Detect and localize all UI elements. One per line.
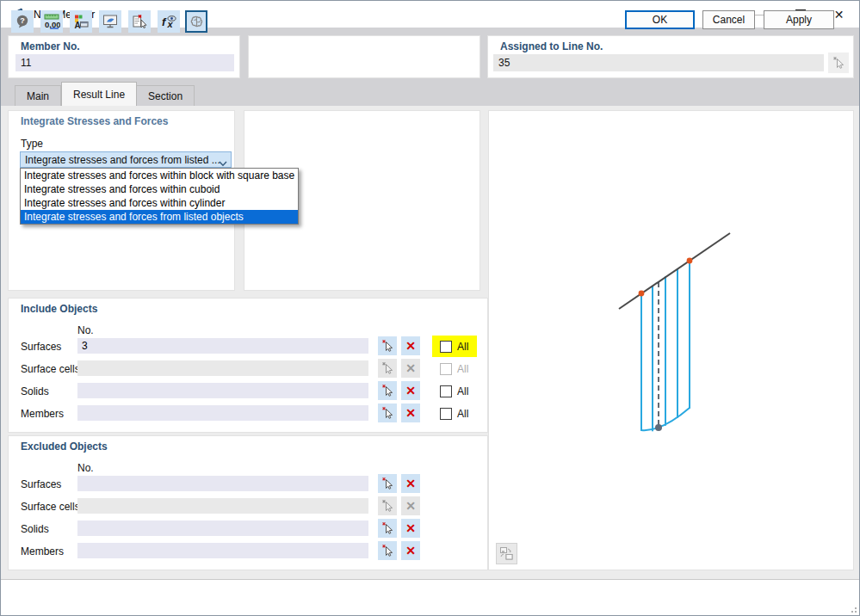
tab-main[interactable]: Main [15,85,61,106]
row-label: Surface cells [21,501,80,513]
delete-button[interactable]: ✕ [401,496,420,515]
all-checkbox[interactable] [440,408,452,420]
row-label: Surfaces [21,341,61,353]
preview-view-mode-button[interactable] [496,543,517,564]
tab-result-line[interactable]: Result Line [61,82,137,106]
delete-x-icon: ✕ [405,522,416,534]
row-input[interactable] [77,383,368,398]
svg-text:f: f [162,15,167,28]
decimal-places-icon[interactable]: 0,00 [40,10,63,33]
select-pointer-button[interactable] [378,403,397,422]
row-input[interactable] [77,360,368,376]
delete-button[interactable]: ✕ [401,359,420,378]
ai-assistant-icon[interactable] [185,10,207,33]
result-line [619,233,730,309]
assigned-line-panel: Assigned to Line No. [487,35,854,78]
all-label: All [457,363,468,375]
row-label: Solids [21,523,49,535]
row-input[interactable] [77,498,368,514]
row-input[interactable] [77,476,368,491]
select-all-wrap[interactable]: All [432,358,477,379]
empty-top-panel [248,35,480,78]
object-row: Surfaces ✕ All [9,336,487,357]
dropdown-option[interactable]: Integrate stresses and forces within cub… [21,182,298,196]
select-all-wrap[interactable]: All [432,403,477,424]
svg-text:?: ? [20,16,25,25]
tab-label: Main [27,90,49,102]
display-options-icon[interactable]: A [70,10,92,33]
row-label: Solids [21,385,49,397]
column-header-no: No. [77,462,94,474]
delete-selection-icon[interactable] [128,10,151,33]
include-section-title: Include Objects [21,303,97,315]
select-pointer-button[interactable] [378,359,397,378]
delete-button[interactable]: ✕ [401,336,420,355]
row-input[interactable] [77,338,368,354]
assigned-line-label: Assigned to Line No. [500,40,603,52]
select-pointer-button[interactable] [378,496,397,515]
select-pointer-button[interactable] [378,519,397,538]
line-node-end [687,258,693,264]
select-all-wrap[interactable]: All [432,336,477,357]
resize-grip[interactable] [848,604,857,613]
excluded-section-title: Excluded Objects [21,440,108,453]
all-label: All [457,341,468,353]
select-pointer-button[interactable] [378,474,397,493]
select-pointer-button[interactable] [378,336,397,355]
object-row: Surface cells ✕ [9,496,487,517]
assigned-line-input[interactable] [493,54,824,71]
delete-button[interactable]: ✕ [401,519,420,538]
delete-x-icon: ✕ [405,385,416,397]
select-line-pointer-button[interactable] [828,52,849,73]
row-input[interactable] [77,405,368,421]
delete-x-icon: ✕ [405,545,416,557]
row-label: Surfaces [21,478,61,490]
row-label: Surface cells [21,363,80,375]
delete-x-icon: ✕ [405,477,416,490]
line-node-start [639,291,645,297]
delete-x-icon: ✕ [405,340,416,352]
row-input[interactable] [77,543,368,558]
cancel-button[interactable]: Cancel [702,10,755,29]
svg-text:A: A [75,21,81,30]
tab-label: Section [148,90,183,102]
object-row: Solids ✕ [9,519,487,539]
delete-button[interactable]: ✕ [401,474,420,493]
column-header-no: No. [77,324,94,336]
delete-x-icon: ✕ [405,407,416,419]
formula-icon[interactable]: f x [158,10,180,33]
apply-button[interactable]: Apply [764,10,834,29]
all-checkbox[interactable] [440,385,452,397]
object-row: Surface cells ✕ All [9,359,487,379]
dropdown-option[interactable]: Integrate stresses and forces from liste… [21,210,298,224]
select-pointer-button[interactable] [378,541,397,560]
type-label: Type [21,138,43,150]
footer-band [1,579,859,615]
delete-button[interactable]: ✕ [401,541,420,560]
row-label: Members [21,545,64,557]
all-checkbox[interactable] [440,341,452,353]
all-checkbox[interactable] [440,363,452,375]
help-icon[interactable]: ? [11,10,34,33]
new-member-dialog: 6 New Member — ✕ Member No. Assigned to … [0,0,860,616]
type-combobox[interactable]: Integrate stresses and forces from liste… [20,151,232,168]
axis-node [655,424,662,431]
object-row: Members ✕ All [9,403,487,424]
dropdown-option[interactable]: Integrate stresses and forces within cyl… [21,196,298,210]
integrate-section-title: Integrate Stresses and Forces [21,115,168,127]
object-row: Solids ✕ All [9,381,487,402]
ok-button[interactable]: OK [625,10,695,29]
row-input[interactable] [77,521,368,536]
rendering-icon[interactable] [99,10,121,33]
delete-button[interactable]: ✕ [401,381,420,400]
svg-text:0,00: 0,00 [45,20,60,29]
delete-button[interactable]: ✕ [401,403,420,422]
select-pointer-button[interactable] [378,381,397,400]
delete-x-icon: ✕ [405,500,416,512]
tab-section[interactable]: Section [137,85,195,106]
select-all-wrap[interactable]: All [432,380,477,402]
dropdown-option[interactable]: Integrate stresses and forces within blo… [21,169,298,182]
include-objects-panel: Include Objects No. Surfaces ✕ All Surfa… [8,298,488,433]
member-no-input[interactable] [15,54,234,71]
preview-panel[interactable] [488,110,854,570]
